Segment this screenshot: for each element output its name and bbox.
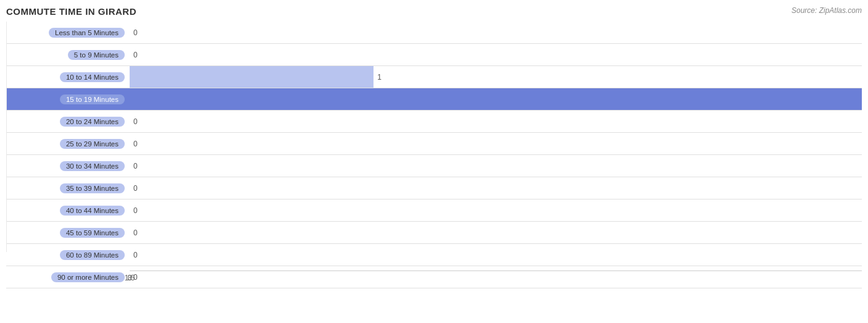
bar-value: 1 bbox=[377, 73, 382, 82]
bar-row: 20 to 24 Minutes0 bbox=[6, 111, 862, 133]
bar-label: 25 to 29 Minutes bbox=[6, 139, 130, 149]
bar-label-pill: 30 to 34 Minutes bbox=[60, 161, 125, 171]
bar-row: 5 to 9 Minutes0 bbox=[6, 44, 862, 66]
bar-label: 45 to 59 Minutes bbox=[6, 228, 130, 238]
bar-label-pill: 35 to 39 Minutes bbox=[60, 183, 125, 193]
bar-row: 60 to 89 Minutes0 bbox=[6, 244, 862, 266]
bar-fill bbox=[130, 66, 373, 88]
bar-value: 0 bbox=[133, 229, 138, 237]
bar-value: 0 bbox=[133, 28, 138, 37]
bar-track: 0 bbox=[130, 222, 862, 243]
bar-track: 0 bbox=[130, 44, 862, 65]
bar-track: 0 bbox=[130, 155, 862, 177]
bar-row: 40 to 44 Minutes0 bbox=[6, 199, 862, 222]
bar-label: 90 or more Minutes bbox=[6, 272, 130, 282]
bar-label: 35 to 39 Minutes bbox=[6, 183, 130, 193]
chart-area: Less than 5 Minutes05 to 9 Minutes010 to… bbox=[6, 22, 862, 289]
bar-value: 0 bbox=[133, 206, 138, 215]
bar-track: 0 bbox=[130, 133, 862, 154]
bar-label: 10 to 14 Minutes bbox=[6, 72, 130, 82]
bar-label-pill: 60 to 89 Minutes bbox=[60, 250, 125, 260]
bar-row: 25 to 29 Minutes0 bbox=[6, 133, 862, 155]
bar-label-pill: 15 to 19 Minutes bbox=[60, 94, 125, 104]
bar-value: 0 bbox=[133, 51, 138, 59]
bar-value: 0 bbox=[133, 162, 138, 170]
bar-value: 0 bbox=[133, 140, 138, 148]
bar-track: 3 bbox=[130, 88, 862, 110]
bar-label-pill: 20 to 24 Minutes bbox=[60, 117, 125, 127]
bar-value: 0 bbox=[133, 184, 138, 193]
bar-value: 3 bbox=[866, 95, 868, 104]
bar-label: 60 to 89 Minutes bbox=[6, 250, 130, 260]
bar-value: 0 bbox=[133, 251, 138, 259]
chart-container: COMMUTE TIME IN GIRARD Source: ZipAtlas.… bbox=[0, 0, 868, 323]
source-label: Source: ZipAtlas.com bbox=[791, 6, 862, 15]
bar-row: 10 to 14 Minutes1 bbox=[6, 66, 862, 88]
bar-track: 0 bbox=[130, 199, 862, 221]
bar-label-pill: Less than 5 Minutes bbox=[49, 28, 125, 38]
bar-label: Less than 5 Minutes bbox=[6, 28, 130, 38]
bar-fill bbox=[130, 88, 862, 110]
bar-track: 0 bbox=[130, 177, 862, 199]
bar-label: 40 to 44 Minutes bbox=[6, 206, 130, 216]
bar-track: 0 bbox=[130, 22, 862, 43]
bar-value: 0 bbox=[133, 273, 138, 282]
bar-label-pill: 45 to 59 Minutes bbox=[60, 228, 125, 238]
x-axis: 01.53 bbox=[130, 271, 862, 289]
bar-row: 35 to 39 Minutes0 bbox=[6, 177, 862, 199]
bar-label-pill: 40 to 44 Minutes bbox=[60, 206, 125, 216]
bar-row: 30 to 34 Minutes0 bbox=[6, 155, 862, 177]
bar-label: 15 to 19 Minutes bbox=[6, 94, 130, 104]
bar-label-pill: 90 or more Minutes bbox=[51, 272, 125, 282]
bars-section: Less than 5 Minutes05 to 9 Minutes010 to… bbox=[6, 22, 862, 271]
bar-label-pill: 25 to 29 Minutes bbox=[60, 139, 125, 149]
bar-label: 20 to 24 Minutes bbox=[6, 117, 130, 127]
bar-row: Less than 5 Minutes0 bbox=[6, 22, 862, 44]
bar-label: 30 to 34 Minutes bbox=[6, 161, 130, 171]
bar-label: 5 to 9 Minutes bbox=[6, 50, 130, 60]
bar-row: 45 to 59 Minutes0 bbox=[6, 222, 862, 244]
bar-label-pill: 10 to 14 Minutes bbox=[60, 72, 125, 82]
bar-track: 1 bbox=[130, 66, 862, 88]
chart-title: COMMUTE TIME IN GIRARD bbox=[6, 6, 862, 17]
bar-label-pill: 5 to 9 Minutes bbox=[68, 50, 125, 60]
bar-track: 0 bbox=[130, 111, 862, 132]
bar-row: 15 to 19 Minutes3 bbox=[6, 88, 862, 111]
bar-value: 0 bbox=[133, 117, 138, 126]
bar-track: 0 bbox=[130, 244, 862, 266]
